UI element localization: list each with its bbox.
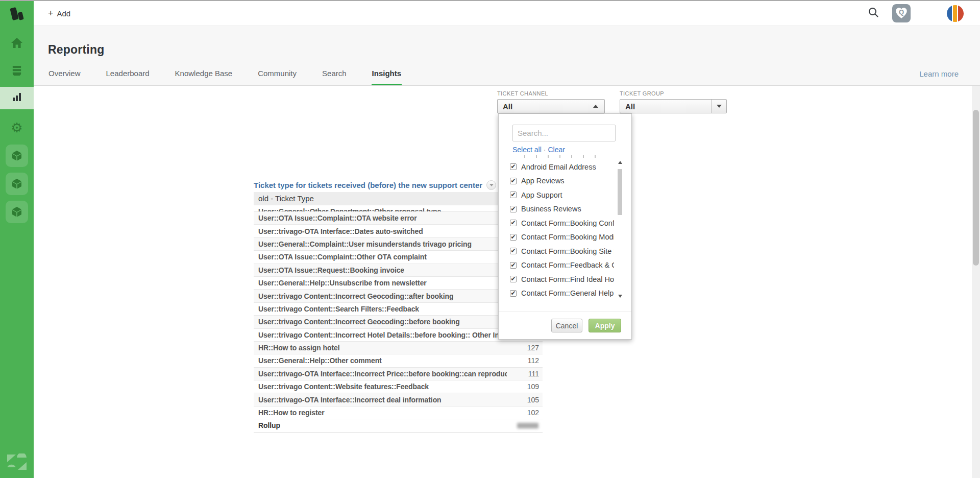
channel-option[interactable]: ✔App Support — [510, 188, 614, 202]
sidebar-item-product-3[interactable] — [0, 201, 34, 223]
search-button[interactable] — [868, 7, 879, 20]
scroll-up-arrow[interactable] — [618, 161, 622, 164]
product-cube-1-icon — [6, 145, 28, 167]
table-row: User::trivago-OTA Interface::Incorrect P… — [254, 368, 543, 380]
triangle-up-icon — [593, 105, 598, 108]
sidebar-item-product-2[interactable] — [0, 173, 34, 195]
qa-app-button[interactable]: Q — [892, 4, 911, 22]
home-icon — [11, 37, 23, 51]
product-cube-2-icon — [6, 173, 28, 195]
checkbox-checked-icon[interactable]: ✔ — [510, 234, 517, 241]
zendesk-products-logo-icon — [7, 5, 27, 27]
report-options-button[interactable] — [486, 180, 496, 190]
ticket-channel-value: All — [498, 102, 593, 111]
plus-icon: + — [48, 9, 54, 18]
apps-grid-button[interactable] — [924, 9, 934, 18]
ticket-group-select[interactable]: All — [620, 99, 727, 113]
clear-link[interactable]: Clear — [548, 146, 565, 154]
page-header: Reporting OverviewLeaderboardKnowledge B… — [34, 26, 980, 86]
row-label: User::trivago-OTA Interface::Incorrect P… — [254, 370, 507, 378]
window-top-border — [0, 0, 980, 1]
row-label: HR::How to assign hotel — [254, 344, 507, 352]
channel-option-label: App Support — [521, 191, 614, 199]
sidebar-item-admin[interactable]: ⚙ — [0, 116, 34, 139]
scroll-down-arrow[interactable] — [618, 295, 622, 298]
channel-option[interactable]: ✔App Reviews — [510, 174, 614, 188]
channel-option[interactable]: ✔Contact Form::General Help — [510, 286, 614, 301]
apply-button[interactable]: Apply — [589, 319, 621, 332]
checkbox-checked-icon[interactable]: ✔ — [510, 206, 517, 212]
scroll-thumb[interactable] — [618, 169, 622, 215]
channel-option[interactable]: ✔Contact Form::Booking Confirma — [510, 216, 614, 230]
tab-knowledge-base[interactable]: Knowledge Base — [175, 69, 233, 85]
table-row: HR::How to assign hotel127 — [254, 342, 543, 354]
sidebar-item-home[interactable] — [0, 33, 34, 55]
ticket-channel-dropdown-panel: Select all·Clear ✔Android Email Address✔… — [498, 113, 632, 340]
page-scrollbar[interactable] — [972, 86, 980, 478]
gear-icon: ⚙ — [11, 121, 22, 134]
checkbox-checked-icon[interactable]: ✔ — [510, 276, 517, 282]
tab-leaderboard[interactable]: Leaderboard — [106, 69, 150, 85]
channel-option[interactable]: ✔Business Reviews — [510, 202, 614, 217]
checkbox-checked-icon[interactable]: ✔ — [510, 178, 517, 184]
add-button[interactable]: + Add — [48, 9, 70, 18]
sidebar-item-reporting[interactable] — [0, 87, 34, 109]
channel-option-label: Contact Form::General Help — [521, 289, 614, 297]
channel-option[interactable]: ✔Contact Form::Booking Site Diffic — [510, 244, 614, 258]
zendesk-z-logo — [6, 453, 28, 473]
table-row: User::trivago-OTA Interface::Incorrect d… — [254, 393, 543, 406]
knowledge-stack-icon — [11, 65, 22, 78]
checkbox-checked-icon[interactable]: ✔ — [510, 248, 517, 254]
channel-option-label: App Reviews — [521, 177, 614, 185]
channel-option[interactable]: ✔Android Email Address — [510, 160, 614, 174]
dashboard-content: Ticket type for tickets received (before… — [34, 86, 980, 478]
row-label: User::trivago Content::Website features:… — [254, 383, 507, 391]
reporting-bars-icon — [11, 91, 22, 105]
learn-more-link[interactable]: Learn more — [919, 69, 959, 78]
tab-community[interactable]: Community — [257, 69, 297, 85]
select-all-link[interactable]: Select all — [512, 146, 542, 154]
select-arrow-cell — [711, 100, 726, 113]
channel-option[interactable]: ✔Contact Form::Feedback & Othe — [510, 258, 614, 273]
row-label: User::trivago Content::Incorrect Hotel D… — [254, 331, 507, 339]
channel-option-label: Business Reviews — [521, 205, 614, 213]
rollup-label: Rollup — [254, 421, 517, 429]
select-links: Select all·Clear — [512, 146, 565, 154]
checkbox-checked-icon[interactable]: ✔ — [510, 192, 517, 198]
channel-search-input[interactable] — [512, 125, 616, 141]
row-value: 111 — [507, 370, 543, 378]
page-scroll-thumb[interactable] — [973, 110, 979, 266]
checkbox-checked-icon[interactable]: ✔ — [510, 220, 517, 226]
chevron-down-icon — [489, 184, 494, 186]
checkbox-checked-icon[interactable]: ✔ — [510, 163, 517, 170]
row-label: User::OTA Issue::Request::Booking invoic… — [254, 266, 507, 274]
topbar: + Add Q — [34, 1, 980, 26]
tab-search[interactable]: Search — [322, 69, 347, 85]
row-label: User::General::Other Department::Other p… — [254, 205, 507, 212]
channel-option[interactable]: ✔Contact Form::Booking Modificat — [510, 230, 614, 245]
channel-option[interactable]: ✔Contact Form::Find Ideal Hotel — [510, 272, 614, 286]
checkbox-checked-icon[interactable]: ✔ — [510, 290, 517, 297]
clipped-list-item — [524, 155, 601, 158]
sidebar: ⚙ — [0, 1, 34, 478]
row-label: User::General::Help::Unsubscribe from ne… — [254, 279, 507, 287]
avatar[interactable] — [947, 5, 964, 22]
ticket-group-value: All — [620, 102, 711, 111]
product-cube-3-icon — [6, 201, 28, 223]
row-label: User::General::Complaint::User misunders… — [254, 240, 507, 248]
qa-letter: Q — [892, 8, 911, 16]
table-row: User::trivago Content::Website features:… — [254, 380, 543, 393]
report-title: Ticket type for tickets received (before… — [254, 181, 482, 189]
sidebar-item-product-logo[interactable] — [0, 1, 34, 31]
row-label: User::trivago Content::Incorrect Geocodi… — [254, 318, 507, 326]
tab-overview[interactable]: Overview — [48, 69, 81, 85]
sidebar-item-knowledge[interactable] — [0, 60, 34, 83]
cancel-button[interactable]: Cancel — [551, 319, 582, 332]
ticket-channel-select[interactable]: All — [497, 99, 605, 113]
sidebar-item-product-1[interactable] — [0, 145, 34, 167]
tab-insights[interactable]: Insights — [372, 69, 402, 85]
table-row: User::General::Help::Other comment112 — [254, 354, 543, 367]
tab-bar: OverviewLeaderboardKnowledge BaseCommuni… — [48, 69, 402, 85]
checkbox-checked-icon[interactable]: ✔ — [510, 262, 517, 269]
app-window: ⚙ — [0, 0, 980, 478]
